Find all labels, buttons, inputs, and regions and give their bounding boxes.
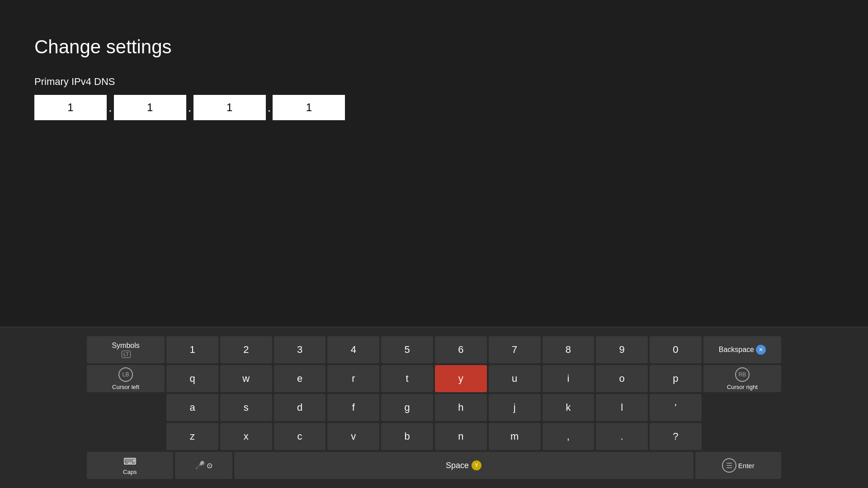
key-j[interactable]: j (489, 394, 541, 421)
enter-key[interactable]: ☰Enter (695, 452, 782, 479)
key-k[interactable]: k (542, 394, 594, 421)
field-label: Primary IPv4 DNS (34, 76, 834, 88)
keyboard-row-qwerty: LBCursor leftqwertyuiopRBCursor right (87, 365, 781, 392)
key-m[interactable]: m (489, 423, 541, 450)
key-e[interactable]: e (274, 365, 326, 392)
key-9[interactable]: 9 (596, 336, 648, 363)
ip-segment-1[interactable] (34, 95, 107, 120)
key-y[interactable]: y (435, 365, 487, 392)
page-title: Change settings (34, 36, 834, 58)
key-d[interactable]: d (274, 394, 326, 421)
key-t[interactable]: t (381, 365, 433, 392)
key-1[interactable]: 1 (166, 336, 218, 363)
key-l[interactable]: l (596, 394, 648, 421)
keyboard: SymbolsLT1234567890Backspace ✕LBCursor l… (87, 336, 781, 479)
ip-separator-1: . (108, 100, 112, 115)
key-f[interactable]: f (327, 394, 379, 421)
key-period[interactable]: . (596, 423, 648, 450)
key-0[interactable]: 0 (650, 336, 702, 363)
ip-segment-4[interactable] (273, 95, 345, 120)
key-s[interactable]: s (220, 394, 272, 421)
key-u[interactable]: u (489, 365, 541, 392)
key-w[interactable]: w (220, 365, 272, 392)
keyboard-row-zxcv: zxcvbnm,.? (87, 423, 781, 450)
cursor-left-key[interactable]: LBCursor left (87, 365, 165, 392)
keyboard-container: SymbolsLT1234567890Backspace ✕LBCursor l… (0, 327, 868, 488)
key-z[interactable]: z (166, 423, 218, 450)
symbols-key[interactable]: SymbolsLT (87, 336, 165, 363)
key-b[interactable]: b (381, 423, 433, 450)
space-key[interactable]: SpaceY (234, 452, 693, 479)
key-o[interactable]: o (596, 365, 648, 392)
ip-segment-3[interactable] (193, 95, 266, 120)
key-6[interactable]: 6 (435, 336, 487, 363)
key-c[interactable]: c (274, 423, 326, 450)
key-v[interactable]: v (327, 423, 379, 450)
keyboard-row-asdf: asdfghjkl' (87, 394, 781, 421)
key-5[interactable]: 5 (381, 336, 433, 363)
key-h[interactable]: h (435, 394, 487, 421)
mic-key[interactable]: 🎤⊙ (175, 452, 232, 479)
key-i[interactable]: i (542, 365, 594, 392)
key-2[interactable]: 2 (220, 336, 272, 363)
ip-separator-2: . (188, 100, 192, 115)
key-apostrophe[interactable]: ' (650, 394, 702, 421)
key-8[interactable]: 8 (542, 336, 594, 363)
key-g[interactable]: g (381, 394, 433, 421)
keyboard-row-numbers: SymbolsLT1234567890Backspace ✕ (87, 336, 781, 363)
ip-segment-2[interactable] (114, 95, 186, 120)
cursor-right-key[interactable]: RBCursor right (703, 365, 781, 392)
key-3[interactable]: 3 (274, 336, 326, 363)
key-a[interactable]: a (166, 394, 218, 421)
key-x[interactable]: x (220, 423, 272, 450)
key-comma[interactable]: , (542, 423, 594, 450)
settings-area: Change settings Primary IPv4 DNS . . . (0, 0, 868, 120)
caps-key[interactable]: ⌨Caps (87, 452, 173, 479)
key-question[interactable]: ? (650, 423, 702, 450)
key-7[interactable]: 7 (489, 336, 541, 363)
ip-input-group: . . . (34, 95, 834, 120)
key-n[interactable]: n (435, 423, 487, 450)
key-p[interactable]: p (650, 365, 702, 392)
keyboard-row-bottom: ⌨Caps🎤⊙SpaceY☰Enter (87, 452, 781, 479)
key-q[interactable]: q (166, 365, 218, 392)
ip-separator-3: . (268, 100, 271, 115)
backspace-key[interactable]: Backspace ✕ (703, 336, 781, 363)
key-r[interactable]: r (327, 365, 379, 392)
key-4[interactable]: 4 (327, 336, 379, 363)
